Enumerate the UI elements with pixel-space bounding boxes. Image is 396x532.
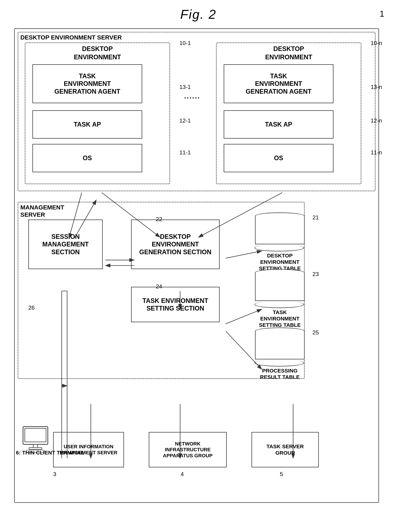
os-1: OS <box>32 144 142 172</box>
task-server-group-box: TASK SERVERGROUP <box>251 432 319 467</box>
desktop-env-setting-table-label: DESKTOPENVIRONMENTSETTING TABLE <box>259 252 301 272</box>
os-1-label: OS <box>33 145 142 172</box>
ref-12-n: 12-n <box>371 117 382 124</box>
os-n: OS <box>224 144 333 172</box>
den-label: DESKTOPENVIRONMENT <box>217 45 361 61</box>
os-n-label: OS <box>224 145 333 172</box>
processing-result-table-cylinder <box>255 328 305 366</box>
session-mgmt-label: SESSIONMANAGEMENTSECTION <box>29 220 102 269</box>
task-ap-1-label: TASK AP <box>33 111 142 138</box>
svg-rect-3 <box>29 448 42 449</box>
ref-11-1: 11-1 <box>179 149 191 156</box>
ref-25: 25 <box>312 329 319 336</box>
desktop-env-setting-table-wrap: DESKTOPENVIRONMENTSETTING TABLE 21 <box>255 213 305 272</box>
network-infra-box: NETWORKINFRASTRUCTUREAPPARATUS GROUP <box>149 432 227 467</box>
ref-13-n: 13-n <box>371 84 382 90</box>
task-ap-n-label: TASK AP <box>224 111 333 138</box>
desktop-env-gen-box: DESKTOPENVIRONMENTGENERATION SECTION <box>131 220 220 269</box>
network-infra-label: NETWORKINFRASTRUCTUREAPPARATUS GROUP <box>149 433 226 467</box>
processing-result-table-wrap: PROCESSINGRESULT TABLE 25 <box>255 328 305 380</box>
ref-24: 24 <box>156 283 162 290</box>
desktop-env-gen-label: DESKTOPENVIRONMENTGENERATION SECTION <box>132 220 219 269</box>
desktop-env-server-label: DESKTOP ENVIRONMENT SERVER <box>20 34 122 41</box>
ref-10-1: 10-1 <box>179 40 191 46</box>
task-env-gen-agent-n-label: TASKENVIRONMENTGENERATION AGENT <box>224 65 333 103</box>
ref-10-n: 10-n <box>371 40 382 46</box>
ref-23: 23 <box>312 271 319 278</box>
thin-client-icon <box>21 425 50 453</box>
diagram-container: Fig. 2 1 DESKTOP ENVIRONMENT SERVER 10-1… <box>11 7 386 528</box>
ref-4-label: 4 <box>181 471 184 477</box>
dots: ...... <box>184 92 200 100</box>
ref-21: 21 <box>312 214 319 221</box>
management-server-label: MANAGEMENTSERVER <box>20 204 64 218</box>
task-ap-n: TASK AP <box>224 110 333 139</box>
svg-rect-1 <box>25 428 46 442</box>
desktop-env-n-box: 10-n DESKTOPENVIRONMENT TASKENVIRONMENTG… <box>216 42 361 184</box>
ref-11-n: 11-n <box>371 149 382 156</box>
task-env-gen-agent-1: TASKENVIRONMENTGENERATION AGENT <box>32 64 142 103</box>
task-env-setting-table-wrap: TASKENVIRONMENTSETTING TABLE 23 <box>255 269 305 328</box>
ref-22: 22 <box>156 216 162 223</box>
corner-ref: 1 <box>379 9 384 19</box>
ref-26: 26 <box>28 305 35 311</box>
task-ap-1: TASK AP <box>32 110 142 139</box>
task-env-gen-agent-n: TASKENVIRONMENTGENERATION AGENT <box>224 64 333 103</box>
task-env-setting-table-cylinder <box>255 269 305 308</box>
desktop-env-1-box: 10-1 DESKTOPENVIRONMENT TASKENVIRONMENTG… <box>25 42 170 184</box>
task-env-setting-box: TASK ENVIRONMENTSETTING SECTION <box>131 287 220 322</box>
thin-client-label: 6: THIN CLIENT TERMINAL <box>16 450 84 456</box>
task-env-setting-table-label: TASKENVIRONMENTSETTING TABLE <box>259 309 301 328</box>
ref-12-1: 12-1 <box>179 117 191 124</box>
task-env-setting-label: TASK ENVIRONMENTSETTING SECTION <box>132 287 219 322</box>
processing-result-table-label: PROCESSINGRESULT TABLE <box>260 368 300 380</box>
de1-label: DESKTOPENVIRONMENT <box>25 45 169 61</box>
ref-13-1: 13-1 <box>179 84 191 90</box>
fig-title: Fig. 2 <box>11 7 386 22</box>
task-server-group-label: TASK SERVERGROUP <box>252 433 318 467</box>
ref-3-label: 3 <box>53 471 56 477</box>
ref-5-label: 5 <box>280 471 283 477</box>
task-env-gen-agent-1-label: TASKENVIRONMENTGENERATION AGENT <box>33 65 142 103</box>
desktop-env-setting-table-cylinder <box>255 213 305 251</box>
session-mgmt-box: SESSIONMANAGEMENTSECTION <box>28 220 103 269</box>
